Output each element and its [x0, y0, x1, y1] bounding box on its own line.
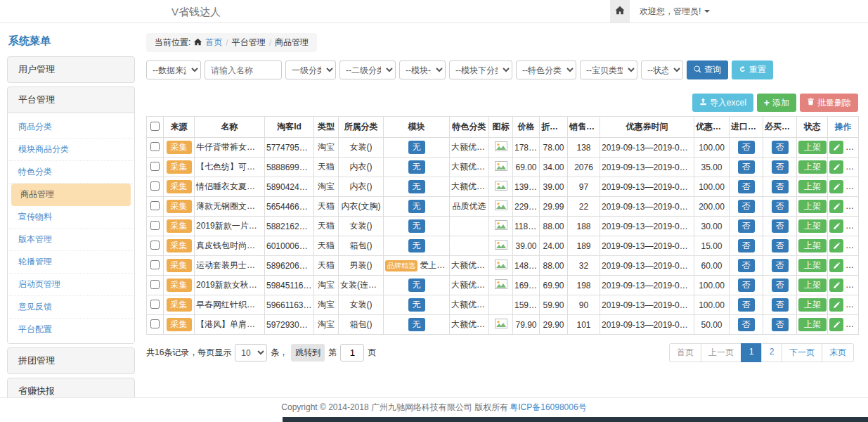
filter-select[interactable]: --模块-- [399, 60, 446, 79]
must-buy-badge[interactable]: 否 [772, 219, 789, 233]
import-select-cell: 否 [730, 236, 763, 256]
import-select-badge[interactable]: 否 [738, 219, 755, 233]
row-checkbox[interactable] [150, 201, 160, 210]
row-checkbox[interactable] [150, 142, 160, 151]
sidebar-item[interactable]: 启动页管理 [9, 274, 133, 296]
edit-button[interactable] [829, 318, 843, 331]
status-badge[interactable]: 上架 [798, 141, 827, 154]
sidebar-group-header[interactable]: 省赚快报 [8, 378, 134, 397]
page-button-下一页[interactable]: 下一页 [782, 343, 822, 362]
sidebar-group-header[interactable]: 用户管理 [8, 57, 134, 82]
per-page-select[interactable]: 10 [235, 344, 267, 362]
sidebar-group-header[interactable]: 拼团管理 [8, 348, 134, 373]
status-badge[interactable]: 上架 [798, 219, 827, 233]
sidebar-item[interactable]: 意见反馈 [9, 296, 133, 319]
user-menu[interactable]: 欢迎您，管理员! [640, 6, 710, 18]
edit-button[interactable] [829, 298, 843, 312]
must-buy-badge[interactable]: 否 [772, 259, 789, 272]
row-checkbox[interactable] [150, 300, 160, 309]
status-cell: 上架 [797, 236, 828, 256]
sidebar-item[interactable]: 商品管理 [11, 184, 131, 206]
status-badge[interactable]: 上架 [798, 298, 827, 312]
page-button-上一页[interactable]: 上一页 [701, 343, 741, 362]
filter-select[interactable]: --二级分类-- [339, 60, 396, 79]
status-badge[interactable]: 上架 [798, 318, 827, 331]
status-badge[interactable]: 上架 [798, 200, 827, 213]
edit-button[interactable] [829, 180, 843, 193]
edit-button[interactable] [829, 141, 843, 154]
jump-page-input[interactable] [340, 344, 364, 362]
must-buy-badge[interactable]: 否 [772, 239, 789, 252]
row-checkbox[interactable] [150, 241, 160, 250]
status-badge[interactable]: 上架 [798, 259, 827, 272]
must-buy-badge[interactable]: 否 [772, 318, 789, 331]
row-checkbox[interactable] [150, 280, 160, 289]
sidebar-group-header[interactable]: 平台管理 [8, 87, 134, 113]
must-buy-badge[interactable]: 否 [772, 141, 789, 154]
sidebar-item[interactable]: 商品分类 [9, 116, 133, 139]
page-button-首页[interactable]: 首页 [669, 343, 701, 362]
icp-link[interactable]: 粤ICP备16098006号 [510, 402, 586, 414]
page-button-末页[interactable]: 末页 [822, 343, 854, 362]
filter-select[interactable]: --模块下分类-- [449, 60, 512, 79]
sidebar-item[interactable]: 版本管理 [9, 229, 133, 251]
row-checkbox[interactable] [150, 181, 160, 191]
must-buy-badge[interactable]: 否 [772, 298, 789, 312]
reset-button[interactable]: 重置 [732, 60, 773, 79]
row-checkbox[interactable] [150, 221, 160, 230]
edit-button[interactable] [829, 239, 843, 252]
filter-select[interactable]: --宝贝类型-- [580, 60, 637, 79]
must-buy-badge[interactable]: 否 [772, 200, 789, 213]
row-checkbox[interactable] [150, 319, 160, 328]
search-button[interactable]: 查询 [687, 60, 728, 79]
type-cell: 天猫 [314, 256, 339, 276]
home-button[interactable] [610, 0, 630, 23]
import-select-badge[interactable]: 否 [738, 180, 755, 193]
name-search-input[interactable] [205, 60, 282, 79]
edit-button[interactable] [829, 160, 843, 174]
must-buy-badge[interactable]: 否 [772, 180, 789, 193]
column-header: 类型 [314, 117, 339, 138]
filter-select[interactable]: --状态-- [641, 60, 683, 79]
jump-to-button[interactable]: 跳转到 [291, 344, 325, 362]
import-select-badge[interactable]: 否 [738, 160, 755, 174]
column-header: 优惠券时间 [600, 117, 694, 138]
edit-button[interactable] [829, 200, 843, 213]
must-buy-badge[interactable]: 否 [772, 279, 789, 292]
status-badge[interactable]: 上架 [798, 279, 827, 292]
import-select-badge[interactable]: 否 [738, 200, 755, 213]
import-excel-button[interactable]: 导入excel [692, 94, 753, 112]
breadcrumb-home-link[interactable]: 首页 [205, 37, 222, 49]
sidebar-item[interactable]: 宣传物料 [9, 206, 133, 229]
status-badge[interactable]: 上架 [798, 180, 827, 193]
filter-select[interactable]: --特色分类-- [516, 60, 576, 79]
batch-delete-button[interactable]: 批量删除 [800, 94, 858, 112]
row-checkbox[interactable] [150, 260, 160, 269]
sidebar-item[interactable]: 轮播管理 [9, 251, 133, 274]
edit-button[interactable] [829, 259, 843, 272]
status-badge[interactable]: 上架 [798, 239, 827, 252]
import-select-badge[interactable]: 否 [738, 298, 755, 312]
status-badge[interactable]: 上架 [798, 160, 827, 174]
page-button-1[interactable]: 1 [741, 343, 762, 362]
source-cell: 采集 [164, 236, 195, 256]
column-header: 优惠券金额 [694, 117, 730, 138]
filter-source-select[interactable]: --数据来源-- [146, 60, 201, 79]
page-button-2[interactable]: 2 [761, 343, 782, 362]
sidebar-item[interactable]: 模块商品分类 [9, 139, 133, 161]
sidebar-item[interactable]: 平台配置 [9, 319, 133, 340]
import-select-badge[interactable]: 否 [738, 239, 755, 252]
filter-select[interactable]: 一级分类 [285, 60, 336, 79]
edit-button[interactable] [829, 279, 843, 292]
must-buy-badge[interactable]: 否 [772, 160, 789, 174]
select-all-checkbox[interactable] [150, 122, 160, 131]
status-cell: 上架 [797, 217, 828, 236]
add-button[interactable]: + 添加 [757, 94, 796, 112]
import-select-badge[interactable]: 否 [738, 318, 755, 331]
import-select-badge[interactable]: 否 [738, 259, 755, 272]
import-select-badge[interactable]: 否 [738, 279, 755, 292]
edit-button[interactable] [829, 219, 843, 233]
import-select-badge[interactable]: 否 [738, 141, 755, 154]
sidebar-item[interactable]: 特色分类 [9, 161, 133, 184]
row-checkbox[interactable] [150, 162, 160, 171]
